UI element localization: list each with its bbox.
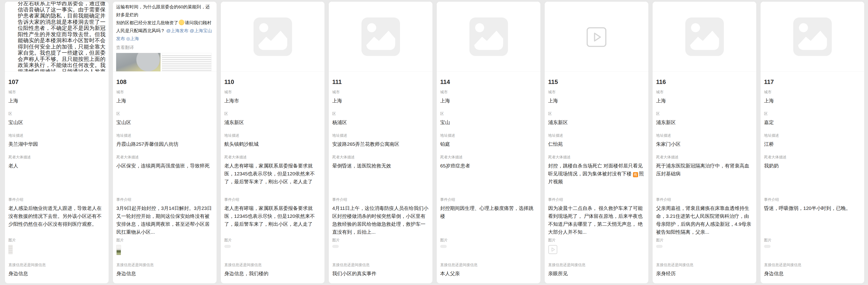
field-info-type-value: 亲身经历 (656, 270, 753, 278)
field-district-value: 浦东新区 (224, 118, 321, 127)
field-city-label: 城市 (224, 90, 321, 95)
image-thumbnails (656, 245, 753, 256)
field-address-value: 航头镇鹤沙航城 (224, 140, 321, 148)
image-thumbnails (224, 245, 321, 256)
card-media[interactable] (761, 2, 864, 72)
field-city-value: 上海 (548, 97, 645, 105)
empty-attachment-pill[interactable] (224, 245, 231, 248)
field-info-type-value: 身边信息，我们楼的 (224, 270, 321, 278)
card-media[interactable] (653, 2, 756, 72)
field-address-label: 地址描述 (656, 133, 753, 138)
field-district-value: 浦东新区 (548, 118, 645, 127)
record-card[interactable]: 运输有时间，为什么跟居委会的60的菜能到，还好多是烂的 别的区都已经分发过几批物… (113, 1, 217, 284)
empty-attachment-pill[interactable] (440, 245, 447, 248)
field-event-label: 事件介绍 (656, 197, 753, 202)
field-district-label: 区 (8, 111, 105, 116)
field-district: 区 浦东新区 (548, 111, 645, 127)
record-card[interactable]: 114 城市 上海 区 宝山 地址描述 铂庭 死者大体描述 65岁癌症患者 事件… (436, 1, 541, 284)
field-district-value: 杨浦区 (332, 118, 429, 127)
field-city-value: 上海 (332, 97, 429, 105)
field-image-label: 图片 (8, 238, 105, 243)
field-image: 图片 (440, 238, 537, 256)
video-play-icon (586, 27, 607, 47)
field-city: 城市 上海 (8, 90, 105, 105)
card-content: 108 城市 上海 区 宝山区 地址描述 丹霞山路257弄馨佳园八街坊 死者大体… (113, 72, 217, 283)
card-content: 111 城市 上海 区 杨浦区 地址描述 安波路265弄兰花教师公寓南区 死者大… (329, 72, 432, 283)
field-event-label: 事件介绍 (764, 197, 861, 202)
field-event-intro: 事件介绍 封控期间因生理、心理上极度痛苦，选择跳楼 (440, 197, 537, 236)
field-event-intro: 事件介绍 昏迷，呼吸微弱，120半小时到，已晚。 (764, 197, 861, 236)
record-card[interactable]: 117 城市 上海 区 嘉定 地址描述 江桥 死者大体描述 我奶奶 事件介绍 昏… (760, 1, 865, 284)
attached-text-screenshot[interactable]: 分左右联系上中华西居委会，通过微信语音确认了这一事实。由于需要保护患者家属的隐私… (5, 2, 108, 72)
field-image-label: 图片 (332, 238, 429, 243)
field-city-label: 城市 (332, 90, 429, 95)
field-deceased-value: 65岁癌症患者 (440, 162, 537, 170)
field-address-value: 江桥 (764, 140, 861, 148)
field-district: 区 浦东新区 (656, 111, 753, 127)
field-info-type-label: 直接信息还是间接信息 (548, 262, 645, 267)
deceased-text: 封控，跳楼自杀当场死亡 对面楼邻居只看见听见现场情况，因为集体被封没有下楼 (548, 163, 643, 176)
video-placeholder[interactable] (545, 2, 648, 47)
field-event-intro: 事件介绍 4月11日上午，这位消毒防疫人员在给我们小区封控楼做消杀的时候突然晕倒… (332, 197, 429, 236)
card-content: 110 城市 上海市 区 浦东新区 地址描述 航头镇鹤沙航城 死者大体描述 老人… (221, 72, 324, 283)
field-event-intro: 事件介绍 3月9日起开始封控，3月14日解封。3月23日又一轮封控开始，期间这位… (116, 197, 213, 236)
field-info-type-label: 直接信息还是间接信息 (332, 262, 429, 267)
card-media[interactable]: 运输有时间，为什么跟居委会的60的菜能到，还好多是烂的 别的区都已经分发过几批物… (113, 2, 217, 72)
card-media[interactable] (437, 2, 540, 72)
field-event-label: 事件介绍 (548, 197, 645, 202)
attached-social-post[interactable]: 运输有时间，为什么跟居委会的60的菜能到，还好多是烂的 别的区都已经分发过几批物… (113, 2, 217, 72)
video-thumbnail-play-icon[interactable] (548, 245, 557, 254)
record-number: 115 (548, 78, 645, 86)
field-deceased-label: 死者大体描述 (224, 155, 321, 159)
field-district-label: 区 (764, 111, 861, 116)
field-info-type-value: 身边信息 (116, 270, 213, 278)
field-address-label: 地址描述 (548, 133, 645, 138)
card-media[interactable]: 分左右联系上中华西居委会，通过微信语音确认了这一事实。由于需要保护患者家属的隐私… (5, 2, 108, 72)
deceased-text: 老人患有哮喘，家属联系居委报备要求就医，12345也表示尽快，但是120依然来不… (224, 163, 315, 184)
field-info-type: 直接信息还是间接信息 身边信息 (8, 262, 105, 278)
field-address-label: 地址描述 (8, 133, 105, 138)
field-info-type-value: 身边信息 (764, 270, 861, 278)
post-thumbnail[interactable] (116, 245, 121, 255)
field-info-type: 直接信息还是间接信息 我们小区的真实事件 (332, 262, 429, 278)
field-city-label: 城市 (440, 90, 537, 95)
field-city-label: 城市 (8, 90, 105, 95)
field-address-value: 丹霞山路257弄馨佳园八街坊 (116, 140, 213, 148)
field-address-label: 地址描述 (116, 133, 213, 138)
record-card[interactable]: 116 城市 上海 区 浦东新区 地址描述 朱家门小区 死者大体描述 死于浦东医… (652, 1, 756, 284)
rotten-cabbage-photo[interactable] (116, 53, 160, 72)
field-info-type-label: 直接信息还是间接信息 (656, 262, 753, 267)
empty-attachment-pill[interactable] (656, 245, 662, 248)
field-city: 城市 上海 (332, 90, 429, 105)
record-card[interactable]: 111 城市 上海 区 杨浦区 地址描述 安波路265弄兰花教师公寓南区 死者大… (329, 1, 433, 284)
view-translation-link[interactable]: 查看翻译 (116, 44, 213, 50)
card-media[interactable] (221, 2, 324, 72)
post-line1: 运输有时间，为什么跟居委会的60的菜能到，还好多是烂的 (116, 4, 210, 17)
screenshot-thumbnail[interactable] (8, 245, 12, 254)
empty-attachment-pill[interactable] (332, 245, 339, 248)
record-card[interactable]: 115 城市 上海 区 浦东新区 地址描述 仁怡苑 死者大体描述 封控，跳楼自杀… (545, 1, 649, 284)
field-event-value: 封控期间因生理、心理上极度痛苦，选择跳楼 (440, 204, 537, 220)
post-images (116, 53, 213, 72)
empty-attachment-pill[interactable] (764, 245, 771, 248)
field-address-value: 铂庭 (440, 140, 537, 148)
field-info-type: 直接信息还是间接信息 身边信息 (116, 262, 213, 278)
field-city-label: 城市 (116, 90, 213, 95)
record-card[interactable]: 110 城市 上海市 区 浦东新区 地址描述 航头镇鹤沙航城 死者大体描述 老人… (221, 1, 325, 284)
card-media[interactable] (545, 2, 648, 72)
field-image: 图片 (224, 238, 321, 256)
field-event-intro: 事件介绍 老人患有哮喘，家属联系居委报备要求就医，12345也表示尽快，但是12… (224, 197, 321, 236)
field-address-label: 地址描述 (440, 133, 537, 138)
field-address-label: 地址描述 (224, 133, 321, 138)
record-card[interactable]: 分左右联系上中华西居委会，通过微信语音确认了这一事实。由于需要保护患者家属的隐私… (5, 1, 109, 284)
field-event-label: 事件介绍 (332, 197, 429, 202)
record-number: 117 (764, 78, 861, 86)
field-info-type-label: 直接信息还是间接信息 (440, 262, 537, 267)
field-city: 城市 上海 (764, 90, 861, 105)
post-line2: 别的区都已经分发过几批物资了 (116, 20, 178, 25)
field-info-type: 直接信息还是间接信息 身边信息，我们楼的 (224, 262, 321, 278)
card-media[interactable] (329, 2, 432, 72)
dense-text-screenshot[interactable] (162, 53, 212, 72)
image-thumbnails (440, 245, 537, 256)
image-thumbnails (548, 245, 645, 256)
